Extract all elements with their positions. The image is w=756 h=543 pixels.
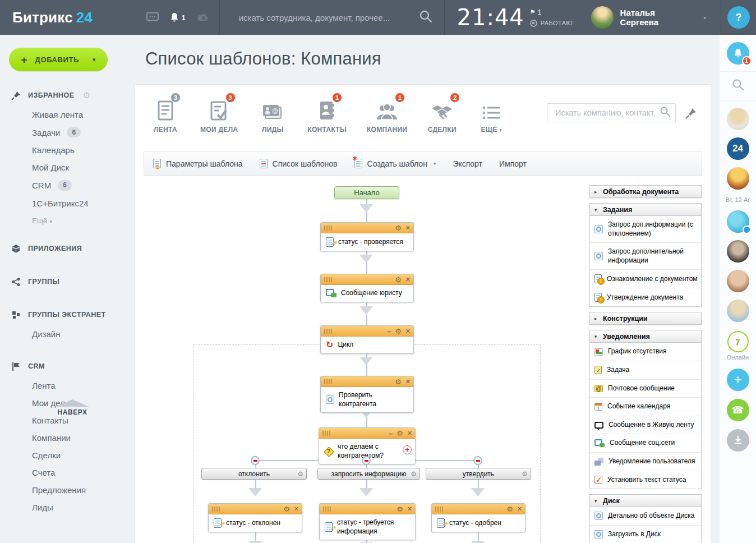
tab-more[interactable]: ЕЩЁ ▾: [477, 97, 506, 134]
apps-section-header[interactable]: ПРИЛОЖЕНИЯ: [0, 240, 135, 258]
group-document-processing[interactable]: ▸ Обработка документа: [589, 185, 702, 198]
sidebar-item-crm-leads[interactable]: Лиды: [0, 499, 135, 516]
close-icon[interactable]: ✕: [405, 379, 411, 385]
search-icon[interactable]: [418, 9, 433, 26]
action-social-message[interactable]: Сообщение соц.сети: [590, 434, 701, 453]
action-disk-object-details[interactable]: Детально об объекте Диска: [590, 507, 701, 526]
action-absence-chart[interactable]: График отсутствия: [590, 343, 701, 361]
close-icon[interactable]: ✕: [405, 225, 411, 231]
tab-leads[interactable]: @ ЛИДЫ: [258, 97, 287, 134]
cloud-icon[interactable]: [197, 13, 209, 22]
gear-icon[interactable]: ⚙: [83, 90, 90, 100]
gear-icon[interactable]: ⚙: [395, 276, 402, 283]
gear-icon[interactable]: ⚙: [522, 470, 528, 478]
action-upload-to-disk[interactable]: Загрузить в Диск: [590, 526, 701, 543]
drag-grip[interactable]: [435, 507, 444, 512]
sidebar-item-crm-invoices[interactable]: Счета: [0, 464, 135, 481]
rail-search-button[interactable]: [731, 78, 745, 94]
drag-grip[interactable]: [322, 431, 331, 436]
tab-my-activities[interactable]: 3 МОИ ДЕЛА: [200, 97, 238, 134]
groups-section-header[interactable]: ГРУППЫ: [0, 273, 135, 291]
action-request-extra-info-reject[interactable]: Запрос доп.информации (с отклонением): [590, 216, 701, 243]
recent-chat-avatar[interactable]: [727, 108, 749, 130]
add-button[interactable]: + ДОБАВИТЬ ▾: [9, 48, 108, 71]
close-icon[interactable]: ✕: [407, 430, 412, 436]
online-counter[interactable]: 7: [727, 331, 749, 352]
branch-reject[interactable]: отклонить ⚙: [201, 468, 307, 480]
action-approve-document[interactable]: Утверждение документа: [590, 288, 701, 306]
group-tasks[interactable]: ▾ Задания: [589, 203, 702, 216]
export-button[interactable]: Экспорт: [453, 159, 482, 168]
search-icon[interactable]: [660, 106, 671, 119]
group-disk[interactable]: ▾ Диск: [589, 494, 702, 507]
workflow-block-message-lawyer[interactable]: ⚙✕ Сообщение юристу: [320, 274, 414, 302]
group-notifications[interactable]: ▾ Уведомления: [589, 330, 702, 343]
extranet-section-header[interactable]: ГРУППЫ ЭКСТРАНЕТ: [0, 306, 135, 324]
pin-icon[interactable]: [685, 107, 697, 122]
sidebar-item-crm-quotes[interactable]: Предложения: [0, 481, 135, 499]
remove-branch-button[interactable]: [362, 456, 371, 465]
import-button[interactable]: Импорт: [499, 159, 527, 168]
bitrix24-chat-badge[interactable]: 24: [727, 137, 749, 160]
template-list-button[interactable]: Список шаблонов: [260, 159, 338, 168]
branch-request-info[interactable]: запросить информацию ⚙: [317, 468, 420, 480]
recent-chat-avatar[interactable]: [727, 240, 749, 263]
tab-feed[interactable]: 3 ЛЕНТА: [151, 97, 180, 134]
action-calendar-event[interactable]: Событие календаря: [590, 398, 701, 416]
sidebar-item-tasks[interactable]: Задачи6: [0, 123, 135, 141]
branch-approve[interactable]: утвердить ⚙: [426, 468, 531, 480]
sidebar-item-crm-companies[interactable]: Компании: [0, 429, 135, 447]
drag-grip[interactable]: [212, 507, 220, 512]
workflow-block-status-info-needed[interactable]: ⚙✕ статус - требуется информация: [319, 503, 416, 540]
global-search-input[interactable]: [238, 12, 414, 23]
workflow-block-status-check[interactable]: ⚙✕ статус - проверяется: [320, 222, 414, 251]
sidebar-item-my-disk[interactable]: Мой Диск: [0, 159, 135, 176]
close-icon[interactable]: ✕: [407, 506, 412, 512]
notifications-button[interactable]: 1: [727, 42, 749, 65]
action-user-notification[interactable]: Уведомление пользователя: [590, 453, 701, 471]
group-constructions[interactable]: ▸ Конструкции: [589, 312, 702, 325]
minimize-icon[interactable]: –: [389, 430, 393, 437]
drag-grip[interactable]: [323, 507, 331, 512]
template-params-button[interactable]: ⚙ Параметры шаблона: [153, 159, 243, 168]
action-email[interactable]: @Почтовое сообщение: [590, 380, 701, 398]
create-template-button[interactable]: ✱ Создать шаблон ▾: [354, 159, 436, 168]
add-branch-button[interactable]: +: [403, 445, 412, 454]
crm-search-input[interactable]: [554, 108, 660, 118]
minimize-icon[interactable]: –: [387, 328, 391, 335]
sidebar-item-crm-feed[interactable]: Лента: [0, 377, 135, 394]
gear-icon[interactable]: ⚙: [395, 328, 402, 335]
crm-section-header[interactable]: CRM: [0, 357, 135, 376]
remove-branch-button[interactable]: [473, 456, 482, 465]
gear-icon[interactable]: ⚙: [397, 430, 403, 437]
drag-grip[interactable]: [324, 379, 333, 384]
user-menu[interactable]: Наталья Сергеева ▾: [591, 0, 721, 35]
sidebar-item-design[interactable]: Дизайн: [0, 325, 135, 343]
flag-counter[interactable]: ⚑ 1: [530, 8, 573, 16]
drag-grip[interactable]: [324, 226, 333, 231]
gear-icon[interactable]: ⚙: [395, 378, 402, 385]
remove-branch-button[interactable]: [251, 456, 260, 465]
tab-companies[interactable]: 1 КОМПАНИИ: [367, 97, 407, 134]
tab-contacts[interactable]: 1 КОНТАКТЫ: [307, 97, 347, 134]
action-task[interactable]: Задача: [590, 361, 701, 380]
sidebar-item-live-feed[interactable]: Живая лента: [0, 106, 135, 123]
sidebar-item-crm[interactable]: CRM6: [0, 176, 135, 194]
workflow-block-status-approved[interactable]: ⚙✕ статус - одобрен: [431, 503, 525, 532]
close-icon[interactable]: ✕: [517, 506, 522, 512]
sidebar-item-crm-deals[interactable]: Сделки: [0, 447, 135, 464]
download-app-button[interactable]: [727, 429, 749, 452]
close-icon[interactable]: ✕: [405, 328, 411, 334]
action-request-extra-info[interactable]: Запрос дополнительной информации: [590, 243, 701, 270]
drag-grip[interactable]: [324, 277, 333, 282]
bell-icon[interactable]: 1: [170, 12, 186, 22]
sidebar-item-1c-bitrix24[interactable]: 1С+Битрикс24: [0, 195, 135, 212]
gear-icon[interactable]: ⚙: [506, 505, 513, 513]
sidebar-item-calendar[interactable]: Календарь: [0, 141, 135, 159]
gear-icon[interactable]: ⚙: [395, 224, 402, 232]
recent-chat-avatar[interactable]: [727, 270, 749, 292]
drag-grip[interactable]: [324, 329, 333, 334]
sidebar-more-link[interactable]: Ещё ▾: [0, 212, 135, 225]
close-icon[interactable]: ✕: [294, 506, 299, 512]
workflow-block-check-counterparty[interactable]: ⚙✕ Проверить контрагента: [320, 376, 414, 413]
